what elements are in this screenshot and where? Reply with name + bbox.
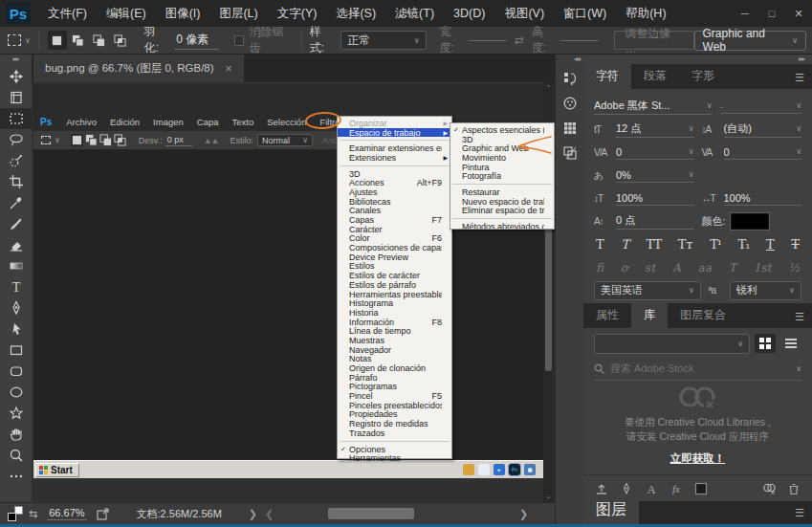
taskbar-bridge-icon[interactable]: ▸ [494, 464, 505, 475]
ventana-menu-item-3D[interactable]: 3D [338, 169, 451, 179]
text-color-swatch[interactable] [731, 213, 769, 230]
workspace-submenu-item-Nuevo espacio de trabajo...[interactable]: Nuevo espacio de trabajo... [450, 197, 554, 207]
swap-dimensions-icon[interactable]: ⇄ [515, 33, 524, 47]
menu-item-10[interactable]: 帮助(H) [616, 0, 675, 27]
ventana-menu-item-Pictogramas[interactable]: Pictogramas [338, 383, 451, 392]
custom-shape-tool[interactable] [0, 403, 32, 424]
ordinals-button[interactable]: 1st [754, 261, 772, 274]
add-selection-icon[interactable] [85, 134, 98, 146]
list-view-button[interactable] [780, 334, 801, 353]
ventana-menu-item-Muestras[interactable]: Muestras [338, 336, 451, 345]
antialias-select[interactable]: 锐利∨ [730, 281, 801, 300]
document-tab[interactable]: bug.png @ 66.7% (图层 0, RGB/8) × [33, 55, 244, 82]
scroll-right-icon[interactable]: ❯ [519, 508, 528, 520]
font-size-select[interactable]: 12 点∨ [616, 121, 694, 138]
ventana-menu-item-Ajustes[interactable]: Ajustes [338, 187, 451, 197]
menu-item-9[interactable]: 窗口(W) [554, 0, 616, 27]
menu-item-7[interactable]: 3D(D) [444, 0, 494, 27]
ventana-menu-item-Estilos de párrafo[interactable]: Estilos de párrafo [338, 280, 451, 290]
menu-item-2[interactable]: 图像(I) [156, 0, 210, 27]
horizontal-scroll-thumb[interactable] [328, 508, 414, 519]
quick-select-tool[interactable] [0, 150, 32, 171]
rounded-rectangle-tool[interactable] [0, 361, 32, 382]
font-family-select[interactable]: Adobe 黑体 St...∨ [594, 99, 713, 115]
menu-item-5[interactable]: 选择(S) [326, 0, 385, 27]
history-panel-icon[interactable] [556, 66, 584, 91]
style-select[interactable]: 正常∨ [340, 31, 426, 50]
taskbar-document-icon[interactable] [478, 464, 490, 475]
subtract-selection-icon[interactable] [90, 31, 109, 50]
sub-button[interactable]: T₁ [738, 237, 750, 252]
workspace-select[interactable]: Graphic and Web∨ [694, 31, 806, 51]
taskbar-viewer-icon[interactable]: ▣ [524, 464, 536, 475]
brush-tool[interactable] [0, 213, 32, 234]
swash-button[interactable]: ơ [621, 261, 627, 274]
underline-button[interactable]: T [766, 237, 775, 252]
panel-menu-icon[interactable]: ☰ [787, 67, 812, 89]
cc-disconnected-icon[interactable] [762, 482, 776, 495]
stylistic-alternates-button[interactable]: A [672, 261, 681, 274]
grid-view-button[interactable] [755, 334, 776, 353]
intersect-selection-icon[interactable] [114, 134, 126, 146]
artboards-panel-icon[interactable] [556, 141, 584, 165]
ventana-menu-item-Estilos[interactable]: Estilos [338, 262, 451, 272]
ventana-menu-item-Pinceles preestablecidos[interactable]: Pinceles preestablecidos [338, 401, 451, 410]
ellipse-tool[interactable] [0, 382, 32, 403]
vertical-scale-input[interactable]: 100% [616, 192, 694, 206]
zoom-tool[interactable] [0, 445, 32, 466]
library-select[interactable]: ∨ [594, 334, 750, 354]
menu-item-8[interactable]: 视图(V) [494, 0, 554, 27]
language-select[interactable]: 美国英语∨ [594, 281, 701, 300]
swatch-icon[interactable] [694, 482, 708, 495]
lasso-tool[interactable] [0, 129, 32, 150]
tab-字符[interactable]: 字符 [583, 63, 631, 89]
zoom-level-field[interactable]: 66.67% [47, 507, 86, 520]
discretionary-ligatures-button[interactable]: st [645, 261, 655, 274]
scroll-left-icon[interactable]: ❮ [265, 508, 274, 520]
titling-alternates-button[interactable]: T [729, 261, 736, 274]
hand-tool[interactable] [0, 424, 32, 445]
intersect-selection-icon[interactable] [111, 31, 130, 50]
ventana-menu-item-Notas[interactable]: Notas [338, 355, 451, 364]
foreground-background-swatches[interactable] [8, 506, 23, 521]
eraser-tool[interactable] [0, 234, 32, 255]
panel-expand-icon[interactable]: ◂◂ [556, 55, 583, 66]
ventana-menu-item-Trazados[interactable]: Trazados [338, 428, 451, 438]
gradient-tool[interactable] [0, 255, 32, 276]
tab-库[interactable]: 库 [631, 302, 668, 328]
artboard-tool[interactable] [0, 87, 32, 108]
ventana-menu-item-Extensiones[interactable]: Extensiones▶ [338, 153, 451, 163]
status-popup-icon[interactable]: ❯ [249, 508, 257, 520]
contextual-alternates-button[interactable]: aa [698, 261, 712, 274]
canvas-area[interactable]: Ps ArchivoEdiciónImagenCapaTextoSelecció… [32, 82, 555, 502]
tab-字形[interactable]: 字形 [679, 63, 727, 89]
ventana-menu-item-Información[interactable]: InformaciónF8 [338, 318, 451, 327]
maximize-button[interactable]: □ [758, 4, 785, 23]
menu-item-4[interactable]: 文字(Y) [268, 0, 327, 27]
pen-tool[interactable] [0, 297, 32, 318]
scroll-down-icon[interactable]: ⌄ [543, 493, 554, 500]
ventana-menu-item-Espacio de trabajo[interactable]: Espacio de trabajo▶ [338, 128, 451, 138]
upload-icon[interactable] [595, 482, 608, 495]
ventana-menu-item-Composiciones de capas[interactable]: Composiciones de capas [338, 243, 451, 253]
path-select-tool[interactable] [0, 318, 32, 340]
swatches-panel-icon[interactable] [556, 116, 584, 141]
feather-input[interactable]: 0 像素 [174, 32, 218, 50]
stock-search-field[interactable]: 搜索 Adobe Stock ∨ [594, 358, 801, 381]
tab-图层复合[interactable]: 图层复合 [668, 302, 738, 328]
bold-button[interactable]: T [596, 237, 604, 252]
tsume-select[interactable]: 0%∨ [616, 169, 694, 183]
width-input[interactable] [469, 39, 507, 41]
panel-menu-icon[interactable]: ☰ [787, 502, 812, 524]
panel-menu-icon[interactable]: ☰ [787, 306, 812, 328]
add-layer-style-icon[interactable]: fx [669, 482, 683, 495]
add-char-style-icon[interactable]: A [645, 482, 658, 495]
font-style-select[interactable]: -∨ [720, 100, 801, 114]
ventana-menu-item-Device Preview[interactable]: Device Preview [338, 253, 451, 262]
workspace-submenu-item-Eliminar espacio de trabajo...[interactable]: Eliminar espacio de trabajo... [450, 207, 554, 216]
leading-select[interactable]: (自动)∨ [724, 121, 802, 138]
ligatures-button[interactable]: fi [596, 261, 604, 274]
sup-button[interactable]: T¹ [710, 237, 721, 252]
ventana-menu-item-Pincel[interactable]: PincelF5 [338, 391, 451, 401]
ventana-menu-item-Canales[interactable]: Canales [338, 207, 451, 216]
